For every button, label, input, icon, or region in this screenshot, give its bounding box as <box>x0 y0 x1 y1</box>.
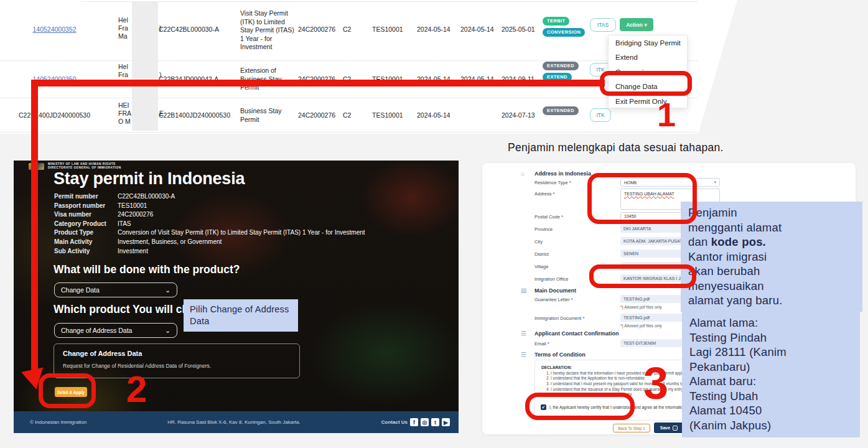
product-card-desc: Request for Change of Residential Addres… <box>63 363 291 369</box>
footer-contact-label: Contact Us <box>381 419 408 425</box>
footer-address: HR. Rasuna Said Blok X-6, Kav 8, Kuninga… <box>86 419 381 425</box>
immigration-document-label: Immigration Document * <box>534 315 584 321</box>
class-cell: C2 <box>343 111 351 119</box>
product-cell: Business Stay Permit <box>240 107 296 124</box>
terms-section-icon: ☰ <box>521 351 526 358</box>
pilih-note: Pilih Change of Address Data <box>184 299 298 332</box>
section-title: Address in Indonesia <box>534 170 591 177</box>
row-divider <box>0 60 698 61</box>
twitter-icon[interactable]: t <box>431 418 439 426</box>
allowed-files-note: *) Allowed pdf files only <box>620 324 662 328</box>
application-number-cell: C22B1400JD240000530 <box>0 111 109 119</box>
immigration-file-field: TESTING.pdf <box>620 314 688 322</box>
permit-number-cell: C22B1400JD240000530 <box>159 111 230 119</box>
class-cell: C2 <box>343 26 351 34</box>
village-label: Village <box>534 264 548 269</box>
guarantee-letter-label: Guarantee Letter * <box>534 297 573 302</box>
product-info-card: Change of Address Data Request for Chang… <box>54 343 300 378</box>
product-card-title: Change of Address Data <box>63 350 291 357</box>
product-select[interactable]: Change of Address Data⌄ <box>54 323 177 338</box>
residence-type-label: Residence Type * <box>534 180 571 185</box>
back-to-step1-button[interactable]: Back To Step 1 <box>613 424 650 432</box>
applicant-name: Hel Fra) Ma <box>118 16 128 40</box>
action-button[interactable]: Action▾ <box>620 18 653 31</box>
date-cell: 2025-05-01 <box>502 26 535 34</box>
page: 140524000352 Hel Fra) Ma C22C42BL000030-… <box>0 0 868 448</box>
row-divider <box>0 98 698 98</box>
caption-text: Penjamin melengkapi data sesuai tahapan. <box>508 141 724 154</box>
date-cell: 2024-07-13 <box>502 111 535 119</box>
permit-type-button[interactable]: ITAS <box>590 18 616 32</box>
province-label: Province <box>534 226 553 232</box>
permit-details: Permit numberC22C42BL000030-A Passport n… <box>54 193 403 256</box>
action-select[interactable]: Change Data⌄ <box>54 282 177 297</box>
status-badge: EXTENDED <box>543 106 579 115</box>
menu-item-extend[interactable]: Extend <box>609 50 687 65</box>
question-heading: What will be done with the product? <box>54 263 240 276</box>
status-badge: EXTENDED <box>543 62 579 70</box>
office-field-highlight <box>589 264 696 288</box>
save-button[interactable]: Save → <box>654 422 684 433</box>
footer-copyright: © Indonesian Immigration <box>30 419 86 425</box>
immigration-office-label: Imigration Office <box>534 276 568 282</box>
chevron-down-icon: ▾ <box>645 22 647 28</box>
menu-item-bridging-stay-permit[interactable]: Bridging Stay Permit <box>609 35 687 50</box>
permit-table: 140524000352 Hel Fra) Ma C22C42BL000030-… <box>0 0 765 134</box>
table-top-border <box>81 1 698 2</box>
visa-number-cell: 24C2000276 <box>298 111 335 119</box>
address-section-icon: ⌂ <box>521 170 525 177</box>
product-cell: Visit Stay Permit (ITK) to Limited Stay … <box>240 9 296 52</box>
old-new-address-note: Alamat lama: Testing Pindah Lagi 28111 (… <box>682 310 860 437</box>
address-label: Address * <box>534 191 555 197</box>
section-title: Terms of Condition <box>534 352 586 358</box>
section-title: Applicant Contact Confirmation <box>534 330 619 337</box>
checkbox-highlight <box>525 393 635 420</box>
passport-cell: TES10001 <box>372 26 403 34</box>
step-number-1: 1 <box>657 98 676 131</box>
city-label: City <box>534 239 543 245</box>
page-title: Stay permit in Indonesia <box>54 169 245 189</box>
chevron-down-icon: ⌄ <box>165 327 170 334</box>
row-divider <box>0 132 698 133</box>
section-title: Main Document <box>534 287 576 294</box>
status-badge: TERBIT <box>543 17 569 26</box>
address-fields-highlight <box>587 173 697 224</box>
status-badge: CONVERSION <box>543 28 585 37</box>
postal-code-label: Postal Code * <box>534 214 563 220</box>
address-change-note: Penjamin mengganti alamat dan kode pos. … <box>681 202 862 312</box>
step-number-2: 2 <box>126 371 147 408</box>
applicant-name: HEI FRAE O M <box>118 101 131 126</box>
document-section-icon: ▤ <box>521 287 526 294</box>
site-footer: © Indonesian Immigration HR. Rasuna Said… <box>14 411 459 433</box>
date-cell: 2024-05-14 <box>417 111 450 119</box>
step-number-3: 3 <box>643 361 668 406</box>
change-data-highlight <box>600 71 692 96</box>
save-arrow-icon: → <box>673 426 678 431</box>
facebook-icon[interactable]: f <box>410 418 418 426</box>
email-label: Email * <box>534 341 549 347</box>
detail-apply-highlight <box>39 373 96 408</box>
contact-section-icon: ☰ <box>521 330 526 337</box>
date-cell: 2024-05-14 <box>417 26 450 34</box>
permit-number-cell: C22C42BL000030-A <box>159 26 219 34</box>
district-label: District <box>534 251 549 257</box>
instagram-icon[interactable]: ◎ <box>421 418 429 426</box>
annotation-line-horizontal <box>31 80 605 86</box>
application-number-link[interactable]: 140524000352 <box>0 26 109 34</box>
passport-cell: TES10001 <box>372 111 403 119</box>
chevron-down-icon: ⌄ <box>165 286 170 294</box>
name-redaction-overlay <box>132 1 158 131</box>
guarantee-file-field: TESTING.pdf <box>620 295 688 303</box>
permit-type-button[interactable]: ITK <box>590 108 611 122</box>
chevron-down-icon: ▾ <box>714 180 716 185</box>
youtube-icon[interactable]: ▶ <box>442 418 450 426</box>
annotation-line-vertical <box>31 80 38 372</box>
immigration-logo <box>37 163 44 170</box>
allowed-files-note: *) Allowed pdf files only <box>620 305 662 309</box>
date-cell: 2024-05-14 <box>460 26 494 34</box>
visa-number-cell: 24C2000276 <box>298 26 335 34</box>
